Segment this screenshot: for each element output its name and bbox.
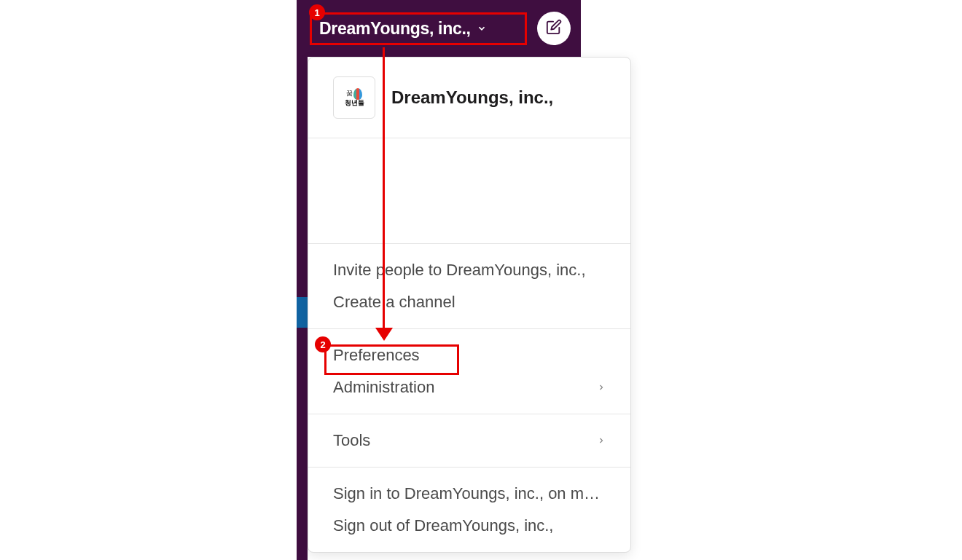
logo-text-bottom: 청년들 [345, 100, 364, 107]
chevron-right-icon [597, 382, 606, 393]
workspace-switcher-button[interactable]: DreamYoungs, inc., [310, 12, 527, 45]
menu-section-sign: Sign in to DreamYoungs, inc., on mo… Sig… [308, 468, 630, 552]
menu-item-label: Create a channel [333, 293, 455, 312]
menu-item-tools[interactable]: Tools [308, 425, 630, 457]
menu-item-preferences[interactable]: Preferences [308, 339, 630, 371]
annotation-arrow-head [375, 328, 393, 341]
compose-icon [546, 19, 562, 38]
menu-item-sign-in-mobile[interactable]: Sign in to DreamYoungs, inc., on mo… [308, 478, 630, 510]
menu-header: 꿈 청년들 DreamYoungs, inc., [308, 58, 630, 138]
menu-item-invite-people[interactable]: Invite people to DreamYoungs, inc., [308, 254, 630, 286]
chevron-right-icon [597, 435, 606, 446]
annotation-arrow-line [383, 47, 385, 331]
workspace-header: DreamYoungs, inc., [297, 0, 581, 57]
menu-section-tools: Tools [308, 414, 630, 468]
menu-item-label: Sign out of DreamYoungs, inc., [333, 516, 553, 535]
menu-item-label: Administration [333, 378, 434, 397]
menu-item-label: Preferences [333, 346, 420, 365]
menu-item-create-channel[interactable]: Create a channel [308, 286, 630, 318]
workspace-logo: 꿈 청년들 [333, 76, 375, 119]
menu-section-settings: Preferences Administration [308, 329, 630, 414]
menu-workspace-title: DreamYoungs, inc., [391, 87, 553, 108]
balloon-icon [353, 88, 362, 100]
compose-button[interactable] [537, 12, 571, 45]
sidebar-background [297, 0, 308, 560]
sidebar-active-indicator [297, 297, 308, 328]
menu-item-administration[interactable]: Administration [308, 371, 630, 403]
menu-item-label: Invite people to DreamYoungs, inc., [333, 261, 586, 280]
logo-text-top: 꿈 [346, 90, 353, 98]
menu-item-label: Tools [333, 431, 370, 450]
menu-item-sign-out[interactable]: Sign out of DreamYoungs, inc., [308, 510, 630, 542]
chevron-down-icon [477, 23, 487, 33]
menu-spacer [308, 138, 630, 244]
workspace-name: DreamYoungs, inc., [319, 19, 471, 39]
menu-item-label: Sign in to DreamYoungs, inc., on mo… [333, 484, 606, 503]
menu-section-invite: Invite people to DreamYoungs, inc., Crea… [308, 244, 630, 329]
workspace-dropdown-menu: 꿈 청년들 DreamYoungs, inc., Invite people t… [308, 57, 631, 553]
annotation-badge-1: 1 [309, 4, 325, 20]
annotation-badge-2: 2 [315, 336, 331, 352]
